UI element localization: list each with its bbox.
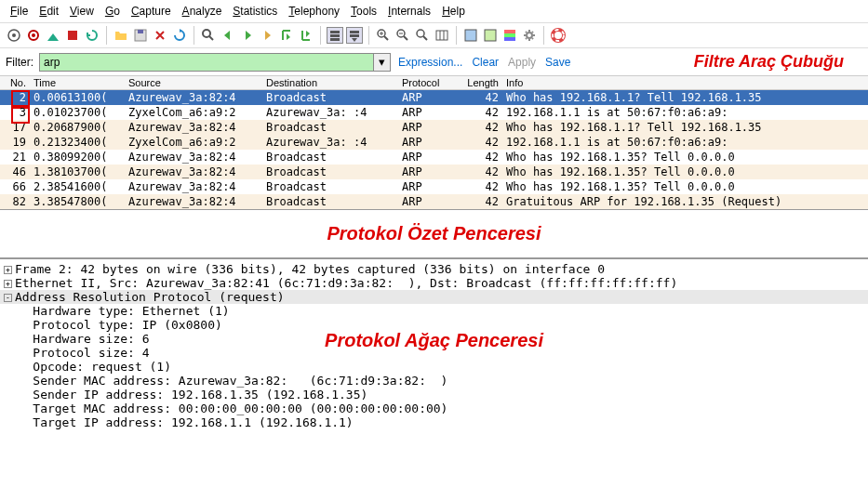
cell-len: 42 xyxy=(456,135,502,150)
menu-view[interactable]: View xyxy=(65,3,99,20)
tree-node[interactable]: +Frame 2: 42 bytes on wire (336 bits), 4… xyxy=(0,262,868,276)
clear-button[interactable]: Clear xyxy=(470,56,501,69)
menu-analyze[interactable]: Analyze xyxy=(178,3,227,20)
cell-dst: Broadcast xyxy=(262,194,398,209)
tree-node[interactable]: Opcode: request (1) xyxy=(0,360,868,374)
cell-proto: ARP xyxy=(398,165,456,179)
cell-len: 42 xyxy=(456,120,502,135)
help-icon[interactable] xyxy=(550,27,567,44)
col-time[interactable]: Time xyxy=(30,76,125,89)
find-icon[interactable] xyxy=(200,27,217,44)
expression-button[interactable]: Expression... xyxy=(396,56,464,69)
cell-proto: ARP xyxy=(398,194,456,209)
cell-dst: Broadcast xyxy=(262,179,398,194)
main-toolbar xyxy=(0,23,868,48)
cell-no: 66 xyxy=(0,179,30,194)
tree-node[interactable]: Hardware type: Ethernet (1) xyxy=(0,304,868,318)
menu-go[interactable]: Go xyxy=(100,3,125,20)
open-file-icon[interactable] xyxy=(113,27,129,44)
expand-icon[interactable]: + xyxy=(4,280,12,288)
packet-row[interactable]: 170.20687900(Azurewav_3a:82:4BroadcastAR… xyxy=(0,120,868,135)
capture-filters-icon[interactable] xyxy=(462,27,479,44)
svg-rect-12 xyxy=(350,34,359,37)
tree-text: Hardware size: 6 xyxy=(33,332,149,346)
cell-len: 42 xyxy=(456,179,502,194)
forward-icon[interactable] xyxy=(239,27,256,44)
tree-node[interactable]: Target MAC address: 00:00:00_00:00:00 (0… xyxy=(0,401,868,415)
menu-help[interactable]: Help xyxy=(437,3,470,20)
col-source[interactable]: Source xyxy=(125,76,262,89)
expand-icon[interactable]: + xyxy=(4,266,12,274)
auto-scroll-icon[interactable] xyxy=(346,27,363,44)
zoom-reset-icon[interactable] xyxy=(414,27,431,44)
col-no[interactable]: No. xyxy=(0,76,30,89)
packet-row[interactable]: 823.38547800(Azurewav_3a:82:4BroadcastAR… xyxy=(0,194,868,209)
separator xyxy=(543,26,544,45)
cell-len: 42 xyxy=(456,105,502,120)
expand-icon[interactable]: - xyxy=(4,294,12,302)
menu-internals[interactable]: Internals xyxy=(383,3,435,20)
packet-row[interactable]: 190.21323400(ZyxelCom_a6:a9:2Azurewav_3a… xyxy=(0,135,868,150)
start-capture-icon[interactable] xyxy=(45,27,61,44)
col-length[interactable]: Length xyxy=(456,76,502,89)
filter-input[interactable] xyxy=(40,54,373,71)
tree-node[interactable]: Sender MAC address: Azurewav_3a:82: (6c:… xyxy=(0,374,868,388)
tree-text: Address Resolution Protocol (request) xyxy=(15,290,285,304)
packet-row[interactable]: 210.38099200(Azurewav_3a:82:4BroadcastAR… xyxy=(0,150,868,165)
interfaces-icon[interactable] xyxy=(6,27,22,44)
colorize-icon[interactable] xyxy=(327,27,343,44)
menu-edit[interactable]: Edit xyxy=(34,3,63,20)
zoom-out-icon[interactable] xyxy=(394,27,411,44)
save-file-icon[interactable] xyxy=(132,27,149,44)
menu-statistics[interactable]: Statistics xyxy=(228,3,282,20)
goto-last-icon[interactable] xyxy=(298,27,314,44)
col-destination[interactable]: Destination xyxy=(262,76,398,89)
separator xyxy=(368,26,369,45)
restart-capture-icon[interactable] xyxy=(84,27,100,44)
back-icon[interactable] xyxy=(220,27,236,44)
display-filters-icon[interactable] xyxy=(482,27,499,44)
cell-time: 0.01023700( xyxy=(30,105,125,120)
goto-icon[interactable] xyxy=(259,27,275,44)
close-file-icon[interactable] xyxy=(152,27,168,44)
cell-info: Who has 192.168.1.35? Tell 0.0.0.0 xyxy=(502,179,868,194)
resize-columns-icon[interactable] xyxy=(434,27,450,44)
cell-src: Azurewav_3a:82:4 xyxy=(125,194,262,209)
menu-file[interactable]: File xyxy=(6,3,33,20)
packet-row[interactable]: 662.38541600(Azurewav_3a:82:4BroadcastAR… xyxy=(0,179,868,194)
cell-no: 82 xyxy=(0,194,30,209)
svg-rect-16 xyxy=(436,31,447,40)
col-protocol[interactable]: Protocol xyxy=(398,76,456,89)
coloring-rules-icon[interactable] xyxy=(501,27,518,44)
preferences-icon[interactable] xyxy=(521,27,538,44)
packet-summary-caption: Protokol Özet Penceresi xyxy=(0,210,868,257)
packet-row[interactable]: 461.38103700(Azurewav_3a:82:4BroadcastAR… xyxy=(0,165,868,179)
zoom-in-icon[interactable] xyxy=(375,27,392,44)
packet-row[interactable]: 30.01023700(ZyxelCom_a6:a9:2Azurewav_3a:… xyxy=(0,105,868,120)
svg-rect-10 xyxy=(330,38,340,41)
menu-tools[interactable]: Tools xyxy=(346,3,381,20)
options-icon[interactable] xyxy=(25,27,42,44)
tree-node[interactable]: Target IP address: 192.168.1.1 (192.168.… xyxy=(0,415,868,429)
menu-capture[interactable]: Capture xyxy=(127,3,176,20)
svg-rect-6 xyxy=(138,30,143,33)
goto-first-icon[interactable] xyxy=(278,27,295,44)
cell-no: 21 xyxy=(0,150,30,165)
save-button[interactable]: Save xyxy=(543,56,572,69)
reload-icon[interactable] xyxy=(171,27,188,44)
col-info[interactable]: Info xyxy=(502,76,868,89)
stop-capture-icon[interactable] xyxy=(64,27,81,44)
packet-list-pane: No. Time Source Destination Protocol Len… xyxy=(0,76,868,210)
menu-telephony[interactable]: Telephony xyxy=(284,3,344,20)
packet-row[interactable]: 20.00613100(Azurewav_3a:82:4BroadcastARP… xyxy=(0,90,868,105)
tree-node[interactable]: Sender IP address: 192.168.1.35 (192.168… xyxy=(0,388,868,401)
apply-button[interactable]: Apply xyxy=(506,56,538,69)
packet-details-pane: Protokol Ağaç Penceresi +Frame 2: 42 byt… xyxy=(0,257,868,432)
menu-bar: FileEditViewGoCaptureAnalyzeStatisticsTe… xyxy=(0,0,868,23)
cell-time: 0.38099200( xyxy=(30,150,125,165)
tree-node[interactable]: +Ethernet II, Src: Azurewav_3a:82:41 (6c… xyxy=(0,276,868,290)
tree-text: Protocol size: 4 xyxy=(33,346,149,360)
tree-node[interactable]: -Address Resolution Protocol (request) xyxy=(0,290,868,304)
tree-text: Target MAC address: 00:00:00_00:00:00 (0… xyxy=(33,401,447,415)
filter-dropdown-button[interactable]: ▾ xyxy=(373,54,390,71)
